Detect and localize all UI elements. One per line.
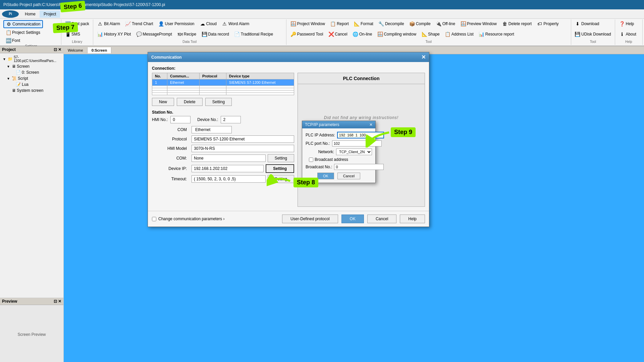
tree-item-screen[interactable]: ▼ 🖥 Screen (5, 63, 62, 69)
download-button[interactable]: ⬇ Download (573, 20, 601, 27)
network-row: Network: TCP_Client_2N (306, 148, 372, 155)
message-prompt-button[interactable]: 💬 MessagePrompt (134, 31, 174, 38)
change-comm-checkbox[interactable]: Change communication parameters › (152, 217, 224, 221)
tcpip-ok-button[interactable]: OK (317, 173, 334, 179)
tree-root-icon: 📁 (8, 57, 13, 61)
cancel-button[interactable]: ❌ Cancel (326, 31, 350, 38)
app-logo[interactable]: Pi (2, 10, 19, 18)
property-icon: 🏷 (537, 21, 542, 26)
tcpip-cancel-button[interactable]: Cancel (337, 173, 360, 179)
compiling-window-button[interactable]: 🪟 Compiling window (375, 31, 419, 38)
user-permission-icon: 👤 (159, 21, 164, 26)
timeout-setting-button[interactable]: Setting (268, 175, 294, 183)
font-pack-button[interactable]: 🔤 Font pack (63, 20, 92, 27)
tree-item-script[interactable]: ▼ 📜 Script (5, 75, 62, 81)
table-row[interactable]: 1 Ethernet SIEMENS S7-1200 Ethernet (152, 79, 294, 86)
tcpip-dialog[interactable]: TCP/IP parameters ✕ PLC IP Address: PLC … (302, 121, 376, 183)
settings-buttons: ⚙ Communication 📋 Project Settings 🔤 Fon… (3, 20, 59, 44)
device-ip-setting-button[interactable]: Setting (266, 164, 294, 173)
ok-button[interactable]: OK (341, 215, 364, 223)
address-list-button[interactable]: 📋 Address List (443, 31, 476, 38)
preview-header: Preview ⊡ ✕ (0, 298, 63, 305)
comm-dialog-title: Communication ✕ (148, 52, 429, 62)
hmi-model-label: HMI Model (152, 146, 189, 151)
tree-item-0screen[interactable]: 📄 0: Screen (9, 69, 62, 75)
broadcast-checkbox[interactable] (309, 158, 313, 162)
shape-button[interactable]: 📐 Shape (419, 31, 442, 38)
broadcast-no-input[interactable] (334, 164, 384, 170)
menu-project[interactable]: Project (40, 10, 60, 18)
format-button[interactable]: 📐 Format (352, 20, 376, 27)
user-permission-button[interactable]: 👤 User Permission (156, 20, 197, 27)
com-colon-input[interactable] (192, 155, 266, 162)
decompile-icon: 🔧 (379, 21, 384, 26)
trend-chart-button[interactable]: 📈 Trend Chart (123, 20, 156, 27)
tree-item-lua[interactable]: 📝 Lua (9, 81, 62, 87)
delete-report-button[interactable]: 🗑 Delete report (500, 20, 534, 27)
tab-welcome[interactable]: Welcome (64, 47, 88, 53)
decompile-button[interactable]: 🔧 Decompile (376, 20, 407, 27)
project-settings-button[interactable]: 📋 Project Settings (3, 29, 43, 36)
traditional-recipe-button[interactable]: 📄 Traditional Recipe (232, 31, 275, 38)
font-icon: 🔤 (6, 38, 11, 43)
change-comm-check[interactable] (152, 217, 156, 221)
udisk-download-button[interactable]: 💾 UDisk Download (573, 31, 613, 38)
word-alarm-button[interactable]: ⚠ Word Alarm (220, 20, 252, 27)
data-record-button[interactable]: 💾 Data record (199, 31, 231, 38)
history-xy-icon: 📊 (98, 32, 103, 37)
device-no-input[interactable] (221, 116, 241, 123)
comm-cancel-button[interactable]: Cancel (367, 215, 396, 223)
tree-item-system-screen[interactable]: 🖥 System screen (5, 87, 62, 94)
comm-dialog-close[interactable]: ✕ (421, 54, 426, 60)
project-settings-icon: 📋 (6, 30, 11, 35)
plc-port-input[interactable] (332, 140, 382, 146)
help-button[interactable]: ❓ Help (617, 20, 637, 27)
menu-home[interactable]: Home (21, 10, 40, 18)
user-defined-protocol-button[interactable]: User-Defined protocol (282, 215, 338, 223)
tcpip-close[interactable]: ✕ (369, 122, 373, 127)
footer-btns: User-Defined protocol OK Cancel Help (282, 215, 425, 223)
plc-ip-input[interactable] (337, 132, 384, 138)
password-tool-button[interactable]: 🔑 Password Tool (288, 31, 326, 38)
hmi-no-input[interactable] (170, 116, 191, 123)
device-ip-input[interactable] (192, 165, 264, 172)
property-button[interactable]: 🏷 Property (535, 20, 561, 27)
new-button[interactable]: New (152, 98, 174, 106)
com-colon-row: Setting (192, 154, 294, 162)
help-icon: ❓ (620, 21, 625, 26)
tab-0screen[interactable]: 0:Screen (88, 47, 111, 53)
tree-container[interactable]: ▼ 📁 S7-1200.pi(C:\Users\RealPars... ▼ 🖥 … (0, 53, 63, 298)
delete-button[interactable]: Delete (177, 98, 203, 106)
recipe-button[interactable]: 🍽 Recipe (175, 31, 199, 38)
online-button[interactable]: 🌐 On-line (351, 31, 375, 38)
network-select[interactable]: TCP_Client_2N (336, 148, 372, 155)
broadcast-no-label: Broadcast No.: (306, 165, 332, 169)
broadcast-checkbox-row[interactable]: Broadcast address (309, 157, 372, 162)
compile-button[interactable]: 📦 Compile (407, 20, 433, 27)
hmi-model-input[interactable] (192, 145, 294, 152)
protocol-input[interactable] (192, 135, 294, 143)
report-button[interactable]: 📋 Report (328, 20, 351, 27)
comm-help-button[interactable]: Help (400, 215, 425, 223)
timeout-input[interactable] (192, 175, 266, 183)
communication-button[interactable]: ⚙ Communication (3, 20, 43, 28)
project-window-icon: 🪟 (291, 21, 296, 26)
title-bar: PiStudio Project path:C:\Users\RealPars\… (0, 0, 644, 9)
preview-panel: Preview ⊡ ✕ Screen Preview (0, 298, 63, 362)
tree-item-root[interactable]: ▼ 📁 S7-1200.pi(C:\Users\RealPars... (1, 55, 62, 63)
project-window-button[interactable]: 🪟 Project Window (288, 20, 327, 27)
preview-window-button[interactable]: 🪟 Preview Window (458, 20, 499, 27)
offline-button[interactable]: 🔌 Off-line (434, 20, 458, 27)
preview-window-icon: 🪟 (461, 21, 466, 26)
resource-report-button[interactable]: 📊 Resource report (477, 31, 517, 38)
sms-button[interactable]: 📱 SMS (63, 31, 83, 38)
cloud-button[interactable]: ☁ Cloud (198, 20, 219, 27)
setting-button[interactable]: Setting (205, 98, 232, 106)
table-row-empty4 (152, 93, 294, 95)
font-button[interactable]: 🔤 Font (3, 37, 22, 44)
communication-dialog[interactable]: Communication ✕ Connection: No. Commun..… (148, 52, 429, 227)
bit-alarm-button[interactable]: ⚠ Bit Alarm (95, 20, 122, 27)
about-button[interactable]: ℹ About (617, 31, 639, 38)
history-xy-button[interactable]: 📊 History XY Plot (95, 31, 133, 38)
com-setting-button[interactable]: Setting (268, 154, 294, 162)
